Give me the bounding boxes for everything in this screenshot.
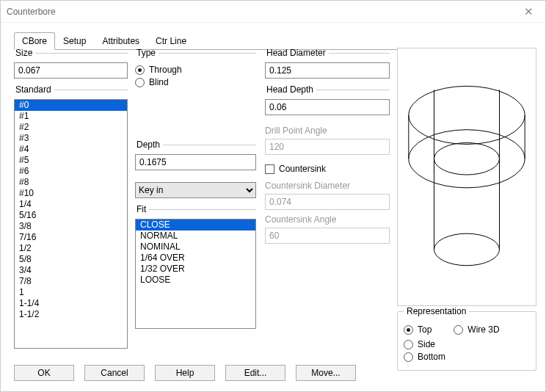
- list-item[interactable]: CLOSE: [136, 219, 255, 231]
- list-item[interactable]: 1/64 OVER: [136, 253, 255, 264]
- radio-icon: [404, 352, 413, 362]
- radio-icon: [135, 78, 145, 87]
- representation-group: Representation Top Wire 3D Side: [397, 306, 536, 371]
- countersink-angle-input: [265, 228, 390, 244]
- fit-legend: Fit: [135, 204, 149, 214]
- list-item[interactable]: 1/32 OVER: [136, 264, 255, 275]
- head-diameter-input[interactable]: [265, 62, 390, 79]
- list-item[interactable]: NORMAL: [136, 231, 255, 242]
- list-item[interactable]: #10: [15, 188, 127, 199]
- type-blind-radio[interactable]: Blind: [135, 77, 256, 87]
- list-item[interactable]: 7/16: [15, 232, 127, 243]
- main-content: Size Standard #0#1#2#3#4#5#6#8#101/45/16…: [14, 48, 536, 355]
- ok-button[interactable]: OK: [14, 365, 74, 381]
- cancel-button[interactable]: Cancel: [84, 365, 145, 381]
- list-item[interactable]: #8: [15, 177, 127, 188]
- button-bar: OK Cancel Help Edit... Move...: [14, 365, 356, 381]
- rep-top-label: Top: [418, 324, 432, 335]
- list-item[interactable]: #4: [15, 144, 127, 155]
- rep-wire3d-radio[interactable]: Wire 3D: [454, 324, 499, 335]
- col-head-params: Head Diameter Head Depth Drill Point Ang…: [265, 48, 390, 355]
- list-item[interactable]: 5/8: [15, 254, 127, 265]
- list-item[interactable]: #6: [15, 166, 127, 177]
- list-item[interactable]: #2: [15, 122, 127, 133]
- tab-attributes-label: Attributes: [102, 36, 139, 46]
- close-icon[interactable]: ✕: [518, 5, 539, 18]
- help-button[interactable]: Help: [155, 365, 215, 381]
- drill-point-angle-label: Drill Point Angle: [265, 126, 390, 136]
- fit-group: Fit CLOSENORMALNOMINAL1/64 OVER1/32 OVER…: [135, 204, 256, 329]
- tab-ctrline-label: Ctr Line: [156, 36, 186, 46]
- depth-group: Depth: [135, 139, 256, 170]
- rep-side-radio[interactable]: Side: [404, 339, 530, 349]
- rep-top-radio[interactable]: Top: [404, 324, 432, 335]
- list-item[interactable]: #5: [15, 155, 127, 166]
- list-item[interactable]: 3/8: [15, 221, 127, 232]
- keyin-select[interactable]: Key in: [135, 182, 256, 198]
- list-item[interactable]: 1-1/4: [15, 298, 127, 309]
- type-group: Type Through Blind: [135, 48, 256, 90]
- col-size-standard: Size Standard #0#1#2#3#4#5#6#8#101/45/16…: [14, 48, 128, 355]
- svg-point-0: [409, 86, 525, 144]
- svg-point-3: [434, 233, 499, 266]
- head-depth-group: Head Depth: [265, 84, 390, 115]
- list-item[interactable]: 3/4: [15, 265, 127, 276]
- fit-listbox[interactable]: CLOSENORMALNOMINAL1/64 OVER1/32 OVERLOOS…: [135, 219, 256, 329]
- depth-input[interactable]: [135, 154, 256, 170]
- rep-wire3d-label: Wire 3D: [467, 324, 499, 335]
- type-through-label: Through: [149, 65, 182, 75]
- window-title: Counterbore: [7, 7, 56, 17]
- type-legend: Type: [135, 48, 159, 58]
- list-item[interactable]: NOMINAL: [136, 242, 255, 253]
- list-item[interactable]: 5/16: [15, 210, 127, 221]
- list-item[interactable]: #0: [15, 100, 127, 111]
- counterbore-preview-svg: [398, 48, 536, 305]
- list-item[interactable]: 1-1/2: [15, 309, 127, 320]
- head-diameter-group: Head Diameter: [265, 48, 390, 79]
- list-item[interactable]: #1: [15, 111, 127, 122]
- tab-setup-label: Setup: [63, 36, 86, 46]
- svg-point-1: [409, 130, 525, 188]
- list-item[interactable]: 1: [15, 287, 127, 298]
- preview-panel: [397, 48, 536, 306]
- head-depth-input[interactable]: [265, 99, 390, 115]
- tabstrip: CBore Setup Attributes Ctr Line: [14, 32, 536, 49]
- list-item[interactable]: 7/8: [15, 276, 127, 287]
- col-preview-rep: Representation Top Wire 3D Side: [397, 48, 536, 355]
- titlebar: Counterbore ✕: [1, 1, 545, 23]
- col-type-depth-fit: Type Through Blind Depth Key in Fit: [135, 48, 256, 355]
- size-legend: Size: [14, 48, 35, 58]
- standard-listbox[interactable]: #0#1#2#3#4#5#6#8#101/45/163/87/161/25/83…: [14, 99, 128, 349]
- radio-icon: [135, 65, 145, 75]
- head-depth-legend: Head Depth: [265, 84, 316, 95]
- radio-icon: [404, 325, 413, 335]
- list-item[interactable]: 1/4: [15, 199, 127, 210]
- list-item[interactable]: LOOSE: [136, 275, 255, 286]
- radio-icon: [454, 325, 463, 335]
- tab-cbore-label: CBore: [22, 36, 47, 46]
- standard-legend: Standard: [14, 84, 54, 95]
- radio-icon: [404, 340, 413, 349]
- countersink-label: Countersink: [279, 164, 326, 174]
- checkbox-icon: [265, 164, 274, 174]
- type-through-radio[interactable]: Through: [135, 65, 256, 75]
- rep-bottom-radio[interactable]: Bottom: [404, 352, 530, 362]
- dialog-window: Counterbore ✕ CBore Setup Attributes Ctr…: [0, 0, 546, 392]
- head-diameter-legend: Head Diameter: [265, 48, 329, 58]
- list-item[interactable]: 1/2: [15, 243, 127, 254]
- countersink-angle-label: Countersink Angle: [265, 214, 390, 225]
- countersink-diameter-label: Countersink Diameter: [265, 181, 390, 191]
- edit-button[interactable]: Edit...: [225, 365, 285, 381]
- rep-side-label: Side: [418, 339, 435, 349]
- countersink-diameter-input: [265, 194, 390, 210]
- drill-point-angle-input: [265, 139, 390, 155]
- size-group: Size: [14, 48, 128, 79]
- rep-bottom-label: Bottom: [418, 352, 445, 362]
- move-button[interactable]: Move...: [296, 365, 356, 381]
- size-input[interactable]: [14, 62, 128, 79]
- list-item[interactable]: #3: [15, 133, 127, 144]
- type-blind-label: Blind: [149, 77, 169, 87]
- standard-group: Standard #0#1#2#3#4#5#6#8#101/45/163/87/…: [14, 84, 128, 349]
- representation-legend: Representation: [404, 306, 469, 316]
- countersink-checkbox[interactable]: Countersink: [265, 164, 390, 174]
